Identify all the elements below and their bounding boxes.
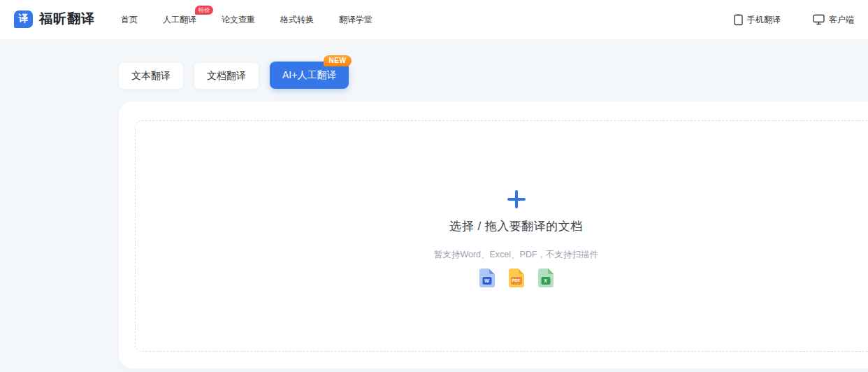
monitor-icon: [813, 14, 825, 25]
tab-document-translate[interactable]: 文档翻译: [194, 63, 259, 89]
translate-logo-icon: 译: [14, 10, 33, 28]
tab-text-translate[interactable]: 文本翻译: [119, 63, 183, 89]
new-badge: NEW: [324, 55, 352, 66]
main-nav: 首页 人工翻译 特价 论文查重 格式转换 翻译学堂: [121, 0, 398, 39]
nav-item-human-translation[interactable]: 人工翻译 特价: [163, 14, 196, 26]
word-file-icon: W: [479, 269, 495, 287]
top-header: 译 福昕翻译 首页 人工翻译 特价 论文查重 格式转换 翻译学堂 手机翻译 客户…: [0, 0, 868, 39]
desktop-client-label: 客户端: [829, 14, 854, 26]
nav-item-label: 人工翻译: [163, 15, 196, 24]
nav-item-paper-check[interactable]: 论文查重: [222, 14, 255, 26]
plus-icon: [507, 190, 526, 208]
excel-file-icon: X: [538, 269, 554, 287]
mobile-translate-label: 手机翻译: [747, 14, 781, 26]
excel-letter: X: [541, 277, 550, 285]
phone-icon: [734, 14, 743, 26]
translate-mode-tabs: 文本翻译 文档翻译 AI+人工翻译 NEW: [119, 62, 360, 89]
tab-ai-human-translate[interactable]: AI+人工翻译 NEW: [270, 62, 349, 89]
page-fold: [548, 269, 554, 274]
brand-logo[interactable]: 译 福昕翻译: [14, 10, 95, 28]
brand-name: 福昕翻译: [39, 10, 95, 28]
nav-item-home[interactable]: 首页: [121, 14, 138, 26]
nav-item-translate-school[interactable]: 翻译学堂: [339, 14, 372, 26]
file-dropzone[interactable]: 选择 / 拖入要翻译的文档 暂支持Word、Excel、PDF，不支持扫描件 W…: [135, 120, 868, 352]
upload-card: 选择 / 拖入要翻译的文档 暂支持Word、Excel、PDF，不支持扫描件 W…: [119, 101, 868, 369]
mobile-translate-link[interactable]: 手机翻译: [734, 14, 781, 26]
word-letter: W: [482, 277, 491, 285]
page-fold: [519, 269, 524, 274]
tab-label: AI+人工翻译: [282, 69, 336, 82]
header-actions: 手机翻译 客户端: [702, 0, 854, 39]
desktop-client-link[interactable]: 客户端: [813, 14, 854, 26]
upload-title: 选择 / 拖入要翻译的文档: [449, 218, 583, 234]
page-fold: [489, 269, 495, 274]
special-price-badge: 特价: [195, 6, 213, 15]
pdf-letter: PDF: [511, 277, 522, 285]
upload-hint: 暂支持Word、Excel、PDF，不支持扫描件: [434, 249, 598, 261]
supported-filetypes: W PDF X: [472, 269, 560, 287]
nav-item-format-convert[interactable]: 格式转换: [280, 14, 314, 26]
pdf-file-icon: PDF: [509, 269, 524, 287]
